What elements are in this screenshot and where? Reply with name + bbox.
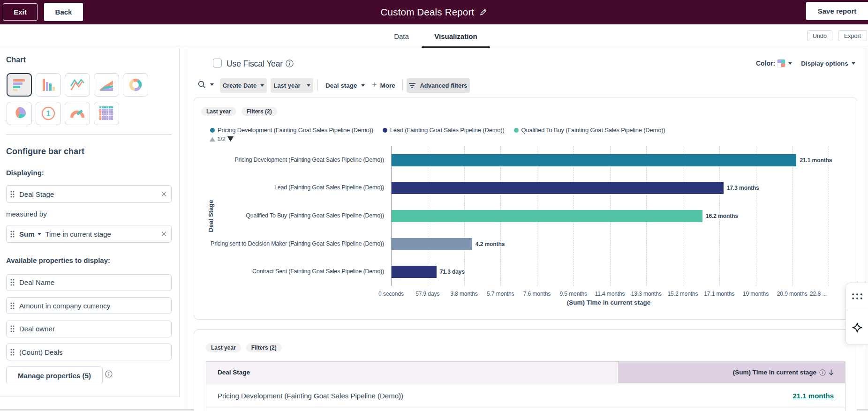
date-range-filter-button[interactable]: Last year bbox=[271, 78, 313, 93]
tab-visualization[interactable]: Visualization bbox=[422, 24, 490, 48]
drag-handle-icon[interactable] bbox=[10, 349, 15, 356]
use-fiscal-year-checkbox[interactable] bbox=[213, 59, 222, 67]
legend-page-down-icon[interactable] bbox=[227, 136, 234, 142]
drilldown-link[interactable]: 21.1 months bbox=[793, 392, 834, 400]
filter-tag[interactable]: Filters (2) bbox=[246, 343, 282, 352]
x-tick-label: 17.1 months bbox=[704, 291, 734, 297]
filter-tag[interactable]: Last year bbox=[201, 107, 236, 116]
summary-chart-type-button[interactable]: 1 bbox=[36, 102, 61, 125]
undo-button[interactable]: Undo bbox=[807, 30, 832, 41]
table-chart-type-button[interactable] bbox=[94, 102, 119, 125]
advanced-filters-button[interactable]: Advanced filters bbox=[407, 78, 470, 93]
property-field[interactable]: Deal owner bbox=[6, 321, 172, 337]
date-property-filter-button[interactable]: Create Date bbox=[220, 78, 267, 93]
column-info-icon[interactable] bbox=[819, 369, 826, 376]
display-options-caret-icon[interactable] bbox=[852, 62, 855, 65]
edit-title-pencil-icon[interactable] bbox=[479, 8, 487, 16]
column-chart-type-button[interactable] bbox=[36, 73, 61, 97]
right-rail-border bbox=[865, 48, 865, 409]
x-tick-label: 11.4 months bbox=[595, 291, 625, 297]
exit-button[interactable]: Exit bbox=[3, 3, 38, 21]
legend-item[interactable]: Pricing Development (Fainting Goat Sales… bbox=[210, 127, 373, 134]
bar-5[interactable] bbox=[392, 266, 437, 278]
measure-field[interactable]: Sum Time in current stage bbox=[6, 225, 172, 243]
category-label: Pricing Development (Fainting Goat Sales… bbox=[234, 157, 384, 163]
area-chart-type-button[interactable] bbox=[94, 73, 119, 97]
x-tick-label: 13.3 months bbox=[631, 291, 662, 297]
filter-search[interactable] bbox=[198, 81, 214, 89]
remove-measure-field-icon[interactable] bbox=[161, 232, 166, 237]
manage-properties-info-icon[interactable] bbox=[105, 370, 113, 378]
use-fiscal-year-label[interactable]: Use Fiscal Year bbox=[226, 59, 283, 69]
back-button[interactable]: Back bbox=[44, 3, 83, 21]
column-header-deal-stage[interactable]: Deal Stage bbox=[206, 362, 618, 383]
filter-tag[interactable]: Filters (2) bbox=[242, 107, 277, 116]
property-field[interactable]: Amount in company currency bbox=[6, 297, 172, 314]
filter-tag[interactable]: Last year bbox=[206, 343, 241, 352]
property-field[interactable]: Deal Name bbox=[6, 274, 172, 291]
display-options-dropdown[interactable]: Display options bbox=[801, 60, 848, 67]
column-chart-icon bbox=[42, 78, 55, 92]
column-header-sum-time[interactable]: (Sum) Time in current stage bbox=[618, 362, 845, 383]
drag-handle-icon[interactable] bbox=[10, 191, 15, 198]
legend-page-up-icon[interactable] bbox=[210, 137, 215, 142]
drag-handle-icon[interactable] bbox=[10, 231, 15, 238]
legend-item[interactable]: Qualified To Buy (Fainting Goat Sales Pi… bbox=[514, 127, 665, 134]
active-tab-underline bbox=[422, 46, 490, 48]
color-caret-icon[interactable] bbox=[788, 62, 792, 65]
sparkle-icon bbox=[852, 322, 863, 333]
bar-4[interactable] bbox=[392, 238, 472, 250]
advanced-filters-label: Advanced filters bbox=[420, 82, 467, 89]
property-field-label: (Count) Deals bbox=[19, 348, 63, 356]
filter-divider bbox=[402, 80, 403, 91]
drag-handle-icon[interactable] bbox=[10, 279, 15, 286]
drag-handle-icon[interactable] bbox=[10, 325, 15, 332]
bar-3[interactable] bbox=[392, 210, 702, 222]
legend-item[interactable]: Lead (Fainting Goat Sales Pipeline (Demo… bbox=[383, 127, 505, 134]
ai-assistant-button[interactable] bbox=[846, 310, 868, 345]
cell-deal-stage: Pricing Development (Fainting Goat Sales… bbox=[206, 383, 618, 408]
drag-handle-icon[interactable] bbox=[10, 302, 15, 309]
manage-properties-button[interactable]: Manage properties (5) bbox=[6, 366, 103, 384]
table-body: Pricing Development (Fainting Goat Sales… bbox=[206, 383, 845, 408]
bar-value-label: 71.3 days bbox=[440, 269, 465, 275]
pie-chart-type-button[interactable] bbox=[7, 102, 32, 125]
fiscal-year-info-icon[interactable] bbox=[286, 60, 294, 67]
tab-data[interactable]: Data bbox=[381, 24, 422, 48]
report-title: Custom Deals Report bbox=[381, 7, 475, 18]
line-chart-type-button[interactable] bbox=[65, 73, 90, 97]
summary-chart-icon: 1 bbox=[41, 106, 56, 121]
search-caret-icon[interactable] bbox=[210, 83, 214, 86]
save-report-button[interactable]: Save report bbox=[806, 2, 868, 20]
horizontal-bar-chart-type-button[interactable] bbox=[7, 73, 32, 97]
table-header-row: Deal Stage (Sum) Time in current stage bbox=[206, 362, 845, 383]
y-axis-title: Deal Stage bbox=[207, 200, 214, 232]
gauge-chart-type-button[interactable] bbox=[65, 102, 90, 125]
caret-down-icon bbox=[361, 84, 365, 87]
report-editor-header: Exit Back Custom Deals Report Save repor… bbox=[0, 0, 868, 24]
date-property-label: Create Date bbox=[223, 82, 257, 89]
bar-chart-plot-area bbox=[391, 146, 829, 286]
bar-2[interactable] bbox=[392, 182, 724, 194]
swatch-color bbox=[777, 60, 781, 63]
aggregation-caret-icon[interactable] bbox=[38, 233, 41, 235]
remove-displaying-field-icon[interactable] bbox=[161, 192, 166, 197]
property-field-label: Amount in company currency bbox=[19, 302, 110, 310]
displaying-field-deal-stage[interactable]: Deal Stage bbox=[6, 185, 172, 203]
sort-descending-icon[interactable] bbox=[829, 369, 834, 375]
table-filter-tags: Last yearFilters (2) bbox=[206, 343, 282, 352]
more-filters-button[interactable]: + More bbox=[372, 78, 395, 93]
aggregation-dropdown[interactable]: Sum bbox=[19, 230, 35, 238]
property-field[interactable]: (Count) Deals bbox=[6, 344, 172, 360]
bar-1[interactable] bbox=[392, 154, 796, 166]
deal-stage-filter-button[interactable]: Deal stage bbox=[325, 78, 365, 93]
x-tick-label: 7.6 months bbox=[523, 291, 551, 297]
export-button[interactable]: Export bbox=[838, 30, 867, 41]
main-panel-left-border bbox=[186, 48, 186, 409]
legend-label: Qualified To Buy (Fainting Goat Sales Pi… bbox=[521, 127, 665, 134]
apps-grid-button[interactable] bbox=[846, 283, 868, 310]
color-palette-swatch[interactable] bbox=[777, 60, 785, 67]
x-tick-label: 20.9 months bbox=[777, 291, 808, 297]
category-label: Lead (Fainting Goat Sales Pipeline (Demo… bbox=[274, 184, 384, 191]
donut-chart-type-button[interactable] bbox=[123, 73, 148, 97]
